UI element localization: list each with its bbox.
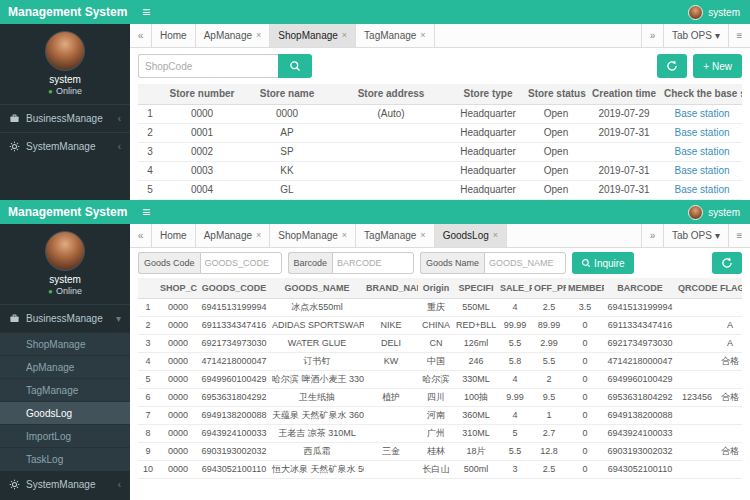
column-header: FLAG_ bbox=[718, 278, 742, 298]
close-icon[interactable]: × bbox=[342, 231, 347, 240]
search-icon bbox=[581, 258, 591, 268]
sidebar-item-systemmanage[interactable]: SystemManage ‹ bbox=[0, 470, 130, 498]
tab-shopmanage[interactable]: ShopManage× bbox=[270, 224, 356, 247]
row-index: 3 bbox=[138, 334, 158, 352]
tab-ops-dropdown[interactable]: Tab OPS▾ bbox=[663, 224, 728, 247]
sidebar-item-tasklog[interactable]: TaskLog bbox=[0, 447, 130, 470]
online-status: ●Online bbox=[0, 286, 130, 296]
header-user-menu[interactable]: system bbox=[688, 205, 750, 220]
creation-time-cell: 2019-07-31 bbox=[586, 123, 662, 142]
tabs-scroll-right-button[interactable]: » bbox=[641, 224, 663, 247]
base-station-link[interactable]: Base station bbox=[674, 146, 729, 157]
base-station-link[interactable]: Base station bbox=[674, 127, 729, 138]
store-type-cell: Headquarter bbox=[450, 161, 526, 180]
goods-name-input[interactable] bbox=[484, 252, 566, 274]
column-header: Check the base station bbox=[662, 84, 742, 104]
caret-down-icon: ▾ bbox=[715, 230, 720, 241]
member-price-cell: 0 bbox=[566, 316, 604, 334]
barcode-input[interactable] bbox=[332, 252, 414, 274]
sidebar-item-shopmanage[interactable]: ShopManage bbox=[0, 332, 130, 355]
close-icon[interactable]: × bbox=[420, 231, 425, 240]
sidebar-toggle-icon[interactable]: ≡ bbox=[142, 205, 150, 219]
creation-time-cell: 2019-07-29 bbox=[586, 104, 662, 123]
column-header: Origin bbox=[418, 278, 454, 298]
goods-code-input[interactable] bbox=[200, 252, 282, 274]
sidebar: system ●Online BusinessManage ‹ SystemMa… bbox=[0, 24, 130, 200]
row-index: 3 bbox=[138, 142, 162, 161]
tab-tagmanage[interactable]: TagManage× bbox=[356, 224, 435, 247]
new-button[interactable]: +New bbox=[693, 54, 742, 78]
sidebar-toggle-icon[interactable]: ≡ bbox=[142, 5, 150, 19]
base-station-link[interactable]: Base station bbox=[674, 108, 729, 119]
shop-code-cell: 0000 bbox=[158, 316, 198, 334]
off-price-cell: 2.7 bbox=[532, 424, 566, 442]
tab-list-button[interactable]: ≡ bbox=[728, 24, 750, 47]
goods-code-cell: 6953631804292 bbox=[198, 388, 270, 406]
base-station-link[interactable]: Base station bbox=[674, 184, 729, 195]
tab-apmanage[interactable]: ApManage× bbox=[196, 224, 271, 247]
refresh-button[interactable] bbox=[712, 252, 742, 274]
menu-label: BusinessManage bbox=[26, 113, 103, 124]
row-index: 4 bbox=[138, 161, 162, 180]
shopcode-input[interactable] bbox=[138, 54, 278, 78]
qrcode-cell bbox=[676, 406, 718, 424]
refresh-icon bbox=[721, 257, 733, 269]
member-price-cell: 0 bbox=[566, 442, 604, 460]
barcode-group: Barcode bbox=[288, 252, 415, 274]
double-chevron-right-icon: » bbox=[650, 230, 656, 241]
tab-label: ApManage bbox=[204, 30, 252, 41]
flag-cell: 合格 bbox=[718, 388, 742, 406]
brand-name-cell bbox=[364, 406, 418, 424]
sidebar-item-apmanage[interactable]: ApManage bbox=[0, 355, 130, 378]
member-price-cell: 0 bbox=[566, 352, 604, 370]
sidebar-menu: BusinessManage ‹ SystemManage ‹ bbox=[0, 104, 130, 160]
tabs-scroll-left-button[interactable]: « bbox=[130, 24, 152, 47]
table-row: 7 0000 6949138200088 天蕴泉 天然矿泉水 360ML 河南 … bbox=[138, 406, 742, 424]
menu-label: SystemManage bbox=[26, 479, 95, 490]
close-icon[interactable]: × bbox=[493, 231, 498, 240]
online-dot-icon: ● bbox=[48, 87, 53, 96]
search-button[interactable] bbox=[278, 54, 312, 78]
chevron-left-icon: ‹ bbox=[118, 141, 121, 152]
tabs-scroll-right-button[interactable]: » bbox=[641, 24, 663, 47]
close-icon[interactable]: × bbox=[256, 231, 261, 240]
refresh-icon bbox=[666, 60, 678, 72]
tab-list-button[interactable]: ≡ bbox=[728, 224, 750, 247]
barcode-cell: 6943052100110 bbox=[604, 460, 676, 478]
close-icon[interactable]: × bbox=[256, 31, 261, 40]
tab-bar: « Home ApManage× ShopManage× TagManage× … bbox=[130, 24, 750, 48]
close-icon[interactable]: × bbox=[342, 31, 347, 40]
base-station-link[interactable]: Base station bbox=[674, 165, 729, 176]
store-address-cell: (Auto) bbox=[332, 104, 450, 123]
header-user-menu[interactable]: system bbox=[688, 5, 750, 20]
shop-code-cell: 0000 bbox=[158, 370, 198, 388]
goods-filter-bar: Goods Code Barcode Goods Name Inquire bbox=[130, 248, 750, 278]
caret-down-icon: ▾ bbox=[715, 30, 720, 41]
close-icon[interactable]: × bbox=[420, 31, 425, 40]
sidebar-item-systemmanage[interactable]: SystemManage ‹ bbox=[0, 132, 130, 160]
inquire-button[interactable]: Inquire bbox=[572, 252, 634, 274]
tab-goodslog[interactable]: GoodsLog× bbox=[435, 224, 507, 247]
tabs-scroll-left-button[interactable]: « bbox=[130, 224, 152, 247]
tab-tagmanage[interactable]: TagManage× bbox=[356, 24, 435, 47]
refresh-button[interactable] bbox=[657, 54, 687, 78]
barcode-cell: 4714218000047 bbox=[604, 352, 676, 370]
tab-shopmanage[interactable]: ShopManage× bbox=[270, 24, 356, 47]
chevron-left-icon: ‹ bbox=[118, 479, 121, 490]
column-header: GOODS_CODE bbox=[198, 278, 270, 298]
sidebar-item-businessmanage[interactable]: BusinessManage ‹ bbox=[0, 104, 130, 132]
tab-home[interactable]: Home bbox=[152, 24, 196, 47]
sidebar-item-importlog[interactable]: ImportLog bbox=[0, 424, 130, 447]
tab-home[interactable]: Home bbox=[152, 224, 196, 247]
qrcode-cell bbox=[676, 352, 718, 370]
sidebar-item-tagmanage[interactable]: TagManage bbox=[0, 378, 130, 401]
sidebar-item-goodslog[interactable]: GoodsLog bbox=[0, 401, 130, 424]
tab-ops-dropdown[interactable]: Tab OPS▾ bbox=[663, 24, 728, 47]
store-status-cell: Open bbox=[526, 104, 586, 123]
column-header: SALE_PI bbox=[498, 278, 532, 298]
column-header: Store name bbox=[242, 84, 332, 104]
sidebar-item-businessmanage[interactable]: BusinessManage ▾ bbox=[0, 304, 130, 332]
tab-apmanage[interactable]: ApManage× bbox=[196, 24, 271, 47]
shop-code-cell: 0000 bbox=[158, 388, 198, 406]
table-row: 9 0000 6903193002032 西瓜霜 三金 桂林 18片 5.5 1… bbox=[138, 442, 742, 460]
